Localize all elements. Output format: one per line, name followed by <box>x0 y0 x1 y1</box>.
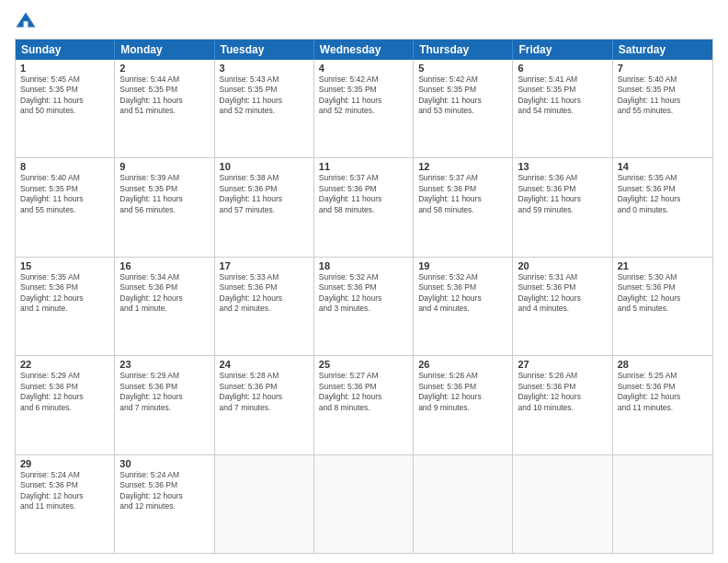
day-info: Sunrise: 5:33 AM Sunset: 5:36 PM Dayligh… <box>220 272 309 315</box>
day-number: 21 <box>618 260 708 271</box>
day-info: Sunrise: 5:26 AM Sunset: 5:36 PM Dayligh… <box>418 371 507 413</box>
day-info: Sunrise: 5:26 AM Sunset: 5:36 PM Dayligh… <box>518 371 607 413</box>
calendar-row: 15Sunrise: 5:35 AM Sunset: 5:36 PM Dayli… <box>16 257 712 355</box>
day-number: 9 <box>119 161 209 172</box>
calendar-cell: 3Sunrise: 5:43 AM Sunset: 5:35 PM Daylig… <box>215 60 314 157</box>
day-number: 5 <box>418 63 507 74</box>
day-info: Sunrise: 5:28 AM Sunset: 5:36 PM Dayligh… <box>220 371 309 413</box>
day-number: 4 <box>319 63 408 74</box>
day-number: 27 <box>518 359 607 370</box>
day-number: 29 <box>20 458 109 469</box>
calendar-cell: 24Sunrise: 5:28 AM Sunset: 5:36 PM Dayli… <box>215 356 314 454</box>
day-info: Sunrise: 5:34 AM Sunset: 5:36 PM Dayligh… <box>119 272 209 315</box>
calendar-cell <box>513 455 612 553</box>
day-number: 6 <box>518 63 607 74</box>
day-number: 18 <box>319 260 408 271</box>
weekday-header: Friday <box>513 40 612 60</box>
day-info: Sunrise: 5:35 AM Sunset: 5:36 PM Dayligh… <box>20 272 109 315</box>
calendar-header: SundayMondayTuesdayWednesdayThursdayFrid… <box>16 40 712 60</box>
weekday-header: Saturday <box>613 40 712 60</box>
logo <box>15 11 40 33</box>
calendar-cell: 22Sunrise: 5:29 AM Sunset: 5:36 PM Dayli… <box>16 356 115 454</box>
day-info: Sunrise: 5:24 AM Sunset: 5:36 PM Dayligh… <box>20 470 109 512</box>
day-number: 10 <box>220 161 309 172</box>
calendar-cell: 7Sunrise: 5:40 AM Sunset: 5:35 PM Daylig… <box>613 60 712 157</box>
day-number: 14 <box>618 161 708 172</box>
calendar-cell: 10Sunrise: 5:38 AM Sunset: 5:36 PM Dayli… <box>215 158 314 256</box>
day-number: 19 <box>418 260 507 271</box>
page: SundayMondayTuesdayWednesdayThursdayFrid… <box>0 0 728 563</box>
day-number: 23 <box>119 359 209 370</box>
day-number: 30 <box>119 458 209 469</box>
day-info: Sunrise: 5:40 AM Sunset: 5:35 PM Dayligh… <box>20 173 109 215</box>
calendar-cell: 6Sunrise: 5:41 AM Sunset: 5:35 PM Daylig… <box>513 60 612 157</box>
day-number: 8 <box>20 161 109 172</box>
day-number: 2 <box>119 63 209 74</box>
day-info: Sunrise: 5:25 AM Sunset: 5:36 PM Dayligh… <box>618 371 708 413</box>
day-number: 13 <box>518 161 607 172</box>
calendar-cell: 18Sunrise: 5:32 AM Sunset: 5:36 PM Dayli… <box>314 258 414 355</box>
day-info: Sunrise: 5:36 AM Sunset: 5:36 PM Dayligh… <box>518 173 607 215</box>
calendar-cell: 4Sunrise: 5:42 AM Sunset: 5:35 PM Daylig… <box>314 60 414 157</box>
calendar-cell <box>613 455 712 553</box>
day-number: 28 <box>618 359 708 370</box>
calendar-cell: 2Sunrise: 5:44 AM Sunset: 5:35 PM Daylig… <box>115 60 214 157</box>
day-number: 11 <box>319 161 408 172</box>
calendar-cell: 23Sunrise: 5:29 AM Sunset: 5:36 PM Dayli… <box>115 356 214 454</box>
day-info: Sunrise: 5:40 AM Sunset: 5:35 PM Dayligh… <box>618 75 708 117</box>
day-info: Sunrise: 5:44 AM Sunset: 5:35 PM Dayligh… <box>119 75 209 117</box>
calendar-cell: 27Sunrise: 5:26 AM Sunset: 5:36 PM Dayli… <box>513 356 612 454</box>
calendar-cell: 8Sunrise: 5:40 AM Sunset: 5:35 PM Daylig… <box>16 158 115 256</box>
day-info: Sunrise: 5:39 AM Sunset: 5:35 PM Dayligh… <box>119 173 209 215</box>
calendar-cell: 5Sunrise: 5:42 AM Sunset: 5:35 PM Daylig… <box>414 60 513 157</box>
day-info: Sunrise: 5:45 AM Sunset: 5:35 PM Dayligh… <box>20 75 109 117</box>
calendar-cell: 17Sunrise: 5:33 AM Sunset: 5:36 PM Dayli… <box>215 258 314 355</box>
day-number: 26 <box>418 359 507 370</box>
day-info: Sunrise: 5:37 AM Sunset: 5:36 PM Dayligh… <box>319 173 408 215</box>
day-info: Sunrise: 5:24 AM Sunset: 5:36 PM Dayligh… <box>119 470 209 512</box>
weekday-header: Thursday <box>414 40 513 60</box>
day-number: 25 <box>319 359 408 370</box>
calendar-body: 1Sunrise: 5:45 AM Sunset: 5:35 PM Daylig… <box>16 60 712 553</box>
calendar-cell: 25Sunrise: 5:27 AM Sunset: 5:36 PM Dayli… <box>314 356 414 454</box>
calendar-cell <box>215 455 314 553</box>
calendar-cell: 14Sunrise: 5:35 AM Sunset: 5:36 PM Dayli… <box>613 158 712 256</box>
calendar-cell: 28Sunrise: 5:25 AM Sunset: 5:36 PM Dayli… <box>613 356 712 454</box>
day-info: Sunrise: 5:35 AM Sunset: 5:36 PM Dayligh… <box>618 173 708 215</box>
calendar-cell: 11Sunrise: 5:37 AM Sunset: 5:36 PM Dayli… <box>314 158 414 256</box>
calendar: SundayMondayTuesdayWednesdayThursdayFrid… <box>15 39 713 554</box>
day-info: Sunrise: 5:42 AM Sunset: 5:35 PM Dayligh… <box>319 75 408 117</box>
day-number: 16 <box>119 260 209 271</box>
calendar-row: 29Sunrise: 5:24 AM Sunset: 5:36 PM Dayli… <box>16 454 712 553</box>
day-info: Sunrise: 5:27 AM Sunset: 5:36 PM Dayligh… <box>319 371 408 413</box>
day-info: Sunrise: 5:30 AM Sunset: 5:36 PM Dayligh… <box>618 272 708 315</box>
day-number: 15 <box>20 260 109 271</box>
calendar-cell: 19Sunrise: 5:32 AM Sunset: 5:36 PM Dayli… <box>414 258 513 355</box>
weekday-header: Monday <box>115 40 214 60</box>
day-number: 12 <box>418 161 507 172</box>
svg-rect-1 <box>24 21 28 27</box>
calendar-cell: 29Sunrise: 5:24 AM Sunset: 5:36 PM Dayli… <box>16 455 115 553</box>
logo-icon <box>15 11 37 33</box>
day-info: Sunrise: 5:37 AM Sunset: 5:36 PM Dayligh… <box>418 173 507 215</box>
day-info: Sunrise: 5:32 AM Sunset: 5:36 PM Dayligh… <box>319 272 408 315</box>
day-number: 22 <box>20 359 109 370</box>
calendar-cell: 26Sunrise: 5:26 AM Sunset: 5:36 PM Dayli… <box>414 356 513 454</box>
calendar-cell: 1Sunrise: 5:45 AM Sunset: 5:35 PM Daylig… <box>16 60 115 157</box>
header <box>15 11 713 33</box>
calendar-row: 8Sunrise: 5:40 AM Sunset: 5:35 PM Daylig… <box>16 157 712 256</box>
weekday-header: Tuesday <box>215 40 314 60</box>
day-number: 24 <box>220 359 309 370</box>
day-number: 3 <box>220 63 309 74</box>
calendar-cell: 16Sunrise: 5:34 AM Sunset: 5:36 PM Dayli… <box>115 258 214 355</box>
calendar-cell: 15Sunrise: 5:35 AM Sunset: 5:36 PM Dayli… <box>16 258 115 355</box>
weekday-header: Sunday <box>16 40 115 60</box>
calendar-cell: 9Sunrise: 5:39 AM Sunset: 5:35 PM Daylig… <box>115 158 214 256</box>
day-info: Sunrise: 5:29 AM Sunset: 5:36 PM Dayligh… <box>119 371 209 413</box>
calendar-cell: 21Sunrise: 5:30 AM Sunset: 5:36 PM Dayli… <box>613 258 712 355</box>
day-info: Sunrise: 5:38 AM Sunset: 5:36 PM Dayligh… <box>220 173 309 215</box>
day-info: Sunrise: 5:29 AM Sunset: 5:36 PM Dayligh… <box>20 371 109 413</box>
day-number: 7 <box>618 63 708 74</box>
calendar-row: 1Sunrise: 5:45 AM Sunset: 5:35 PM Daylig… <box>16 60 712 157</box>
calendar-row: 22Sunrise: 5:29 AM Sunset: 5:36 PM Dayli… <box>16 355 712 454</box>
